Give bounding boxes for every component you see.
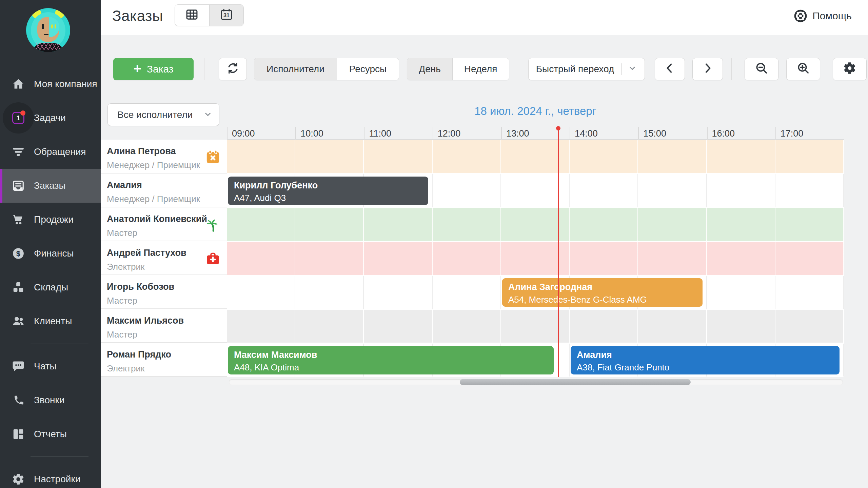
view-mode-Ресурсы[interactable]: Ресурсы [337,58,399,80]
time-tick: 12:00 [433,127,461,140]
event-title: Максим Максимов [234,350,548,360]
sidebar-item-tasks[interactable]: 1Задачи [0,101,101,135]
orders-icon [12,179,25,192]
sidebar-divider [31,456,88,457]
content: + Заказ ИсполнителиРесурсы ДеньНеделя Бы… [101,35,868,488]
sidebar-item-label: Чаты [34,361,57,372]
sidebar-item-clients[interactable]: Клиенты [0,304,101,338]
employee-cell[interactable]: Роман ПрядкоЭлектрик [101,343,227,377]
range-mode-День[interactable]: День [407,58,452,80]
refresh-button[interactable] [219,58,247,80]
zoom-out-button[interactable] [745,58,778,80]
employee-cell[interactable]: АмалияМенеджер / Приемщик [101,174,227,207]
timeline-row [227,140,844,174]
lifebuoy-icon [793,9,808,23]
employee-cell[interactable]: Андрей ПастуховЭлектрик [101,241,227,275]
tasks-badge-count: 1 [16,114,20,122]
date-title: 18 июл. 2024 г., четверг [227,105,844,118]
sidebar-item-orders[interactable]: Заказы [0,169,101,203]
time-label: 11:00 [364,128,391,139]
chevron-right-icon [701,61,714,77]
sidebar-item-my-company[interactable]: Моя компания [0,67,101,101]
scrollbar-thumb[interactable] [460,379,691,385]
phone-icon [12,393,25,407]
sidebar-item-reports[interactable]: Отчеты [0,417,101,451]
view-toggle-calendar[interactable]: 31 [209,5,244,26]
time-label: 10:00 [296,128,323,139]
employee-name: Максим Ильясов [107,316,227,326]
time-label: 15:00 [639,128,666,139]
sidebar-item-settings[interactable]: Настройки [0,462,101,488]
view-toggle-table[interactable] [175,5,209,26]
chevron-down-icon [203,110,219,120]
event-title: Кирилл Голубенко [234,180,422,191]
scheduler-body: Алина ПетроваМенеджер / ПриемщикАмалияМе… [101,140,844,377]
sidebar-item-requests[interactable]: Обращения [0,135,101,169]
prev-day-button[interactable] [655,58,685,80]
zoom-in-button[interactable] [786,58,820,80]
time-label: 16:00 [708,128,735,139]
sidebar-item-warehouses[interactable]: Склады [0,270,101,304]
sidebar-item-label: Продажи [34,214,74,225]
add-order-button[interactable]: + Заказ [113,58,194,80]
app: Моя компания1ЗадачиОбращенияЗаказыПродаж… [0,0,868,488]
range-mode-Неделя[interactable]: Неделя [452,58,509,80]
employee-name: Роман Прядко [107,349,227,360]
employee-name: Амалия [107,180,227,190]
sidebar-item-sales[interactable]: Продажи [0,203,101,237]
time-label: 17:00 [776,128,804,139]
refresh-icon [226,61,240,77]
sidebar-divider [31,344,88,344]
svg-text:31: 31 [223,13,230,18]
order-event[interactable]: Алина ЗагороднаяA54, Mersedes-Benz G-Cla… [502,278,703,307]
employee-cell[interactable]: Игорь КобозовМастер [101,275,227,309]
time-tick: 15:00 [638,127,666,140]
employee-cell[interactable]: Алина ПетроваМенеджер / Приемщик [101,140,227,174]
avatar[interactable] [26,8,70,52]
help-button[interactable]: Помощь [793,9,852,23]
sidebar-item-chats[interactable]: Чаты [0,349,101,383]
time-axis: 09:0010:0011:0012:0013:0014:0015:0016:00… [227,127,844,140]
order-event[interactable]: Максим МаксимовA48, KIA Optima [228,346,554,374]
chevron-left-icon [663,61,676,77]
filter-icon [12,145,25,159]
employee-role: Электрик [107,363,227,374]
time-tick: 17:00 [775,127,804,140]
main: Заказы 31 Помощь + Заказ ИсполнителиРесу… [101,0,868,488]
reports-icon [12,427,25,441]
sidebar-item-label: Моя компания [34,79,97,89]
order-event[interactable]: АмалияA38, Fiat Grande Punto [571,346,840,374]
zoom-out-icon [755,61,768,77]
tasks-badge-icon: 1 [12,111,25,125]
event-title: Алина Загородная [508,282,696,292]
timeline-row [227,207,844,241]
horizontal-scrollbar [229,379,843,385]
scheduler-row: Игорь КобозовМастерАлина ЗагороднаяA54, … [101,275,844,309]
quick-jump-dropdown[interactable]: Быстрый переход [528,58,645,80]
topbar: Заказы 31 Помощь [101,0,868,35]
sidebar-item-label: Звонки [34,395,64,406]
view-mode-Исполнители[interactable]: Исполнители [254,58,337,80]
order-event[interactable]: Кирилл ГолубенкоA47, Audi Q3 [228,177,428,205]
employee-cell[interactable]: Максим ИльясовМастер [101,309,227,343]
time-tick: 10:00 [295,127,323,140]
sidebar-item-finance[interactable]: $Финансы [0,237,101,270]
sidebar-item-label: Отчеты [34,429,67,440]
event-subtitle: A48, KIA Optima [234,362,548,373]
current-time-line [558,127,559,377]
view-toggle: 31 [175,4,244,26]
time-tick: 13:00 [501,127,529,140]
scheduler-row: Алина ПетроваМенеджер / Приемщик [101,140,844,174]
gear-icon [12,472,25,486]
scheduler-settings-button[interactable] [833,58,867,80]
timeline-row [227,241,844,275]
employee-filter-select[interactable]: Все исполнители [107,103,219,126]
sidebar-item-calls[interactable]: Звонки [0,383,101,417]
next-day-button[interactable] [692,58,723,80]
chat-icon [12,360,25,373]
tasks-badge-icon: 1 [12,112,24,124]
boxes-icon [12,281,25,294]
timeline-row: Максим МаксимовA48, KIA OptimaАмалияA38,… [227,343,844,377]
employee-cell[interactable]: Анатолий КопиевскийМастер [101,207,227,241]
employee-name: Игорь Кобозов [107,282,227,292]
